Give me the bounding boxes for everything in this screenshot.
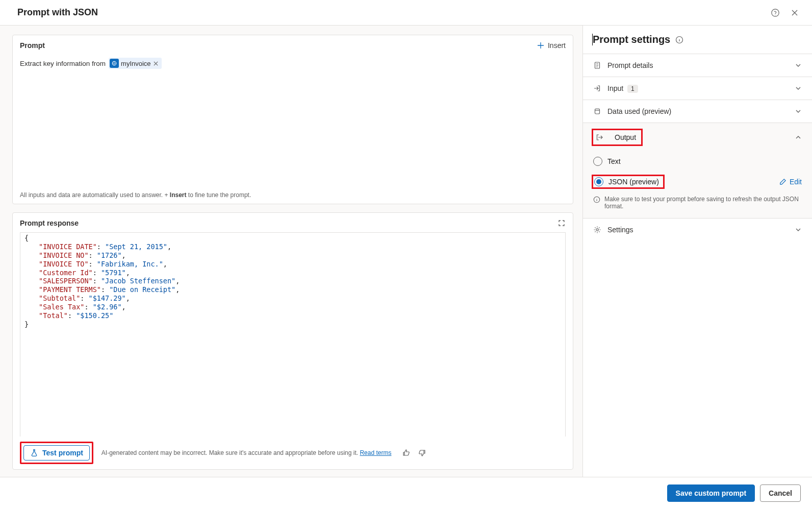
edit-output-link[interactable]: Edit xyxy=(779,178,802,186)
input-arrow-icon xyxy=(593,84,601,92)
radio-unchecked-icon xyxy=(593,157,602,166)
svg-rect-5 xyxy=(595,109,600,114)
database-icon xyxy=(593,107,601,115)
chip-input-icon xyxy=(110,59,119,68)
ai-disclaimer: AI-generated content may be incorrect. M… xyxy=(102,449,392,456)
dialog-footer: Save custom prompt Cancel xyxy=(0,477,812,509)
help-icon[interactable] xyxy=(770,8,780,18)
cancel-button[interactable]: Cancel xyxy=(760,484,801,502)
chevron-down-icon xyxy=(795,108,802,115)
expand-icon[interactable] xyxy=(557,219,566,227)
prompt-editor[interactable]: Extract key information from myInvoice xyxy=(13,56,573,204)
svg-point-0 xyxy=(772,9,779,16)
prompt-details-section[interactable]: Prompt details xyxy=(583,54,812,77)
thumbs-up-icon[interactable] xyxy=(402,449,411,457)
radio-checked-icon xyxy=(594,177,603,186)
settings-panel: Prompt settings Prompt details xyxy=(582,26,812,477)
insert-button[interactable]: Insert xyxy=(537,41,566,50)
chevron-down-icon xyxy=(795,85,802,92)
prompt-footer-hint: All inputs and data are automatically us… xyxy=(20,186,566,199)
chevron-down-icon xyxy=(795,226,802,233)
prompt-section-title: Prompt xyxy=(20,41,45,50)
output-info-note: Make sure to test your prompt before sav… xyxy=(583,192,812,218)
prompt-text: Extract key information from xyxy=(20,60,106,67)
input-count-badge: 1 xyxy=(627,85,638,93)
prompt-card: Prompt Insert Extract key information fr… xyxy=(12,35,573,204)
info-icon[interactable] xyxy=(675,36,683,44)
data-used-section[interactable]: Data used (preview) xyxy=(583,100,812,123)
chip-remove-icon[interactable] xyxy=(153,61,159,66)
output-arrow-icon xyxy=(595,133,603,141)
save-button[interactable]: Save custom prompt xyxy=(667,484,755,502)
svg-point-1 xyxy=(775,14,775,15)
dialog-header: Prompt with JSON xyxy=(0,0,812,26)
document-icon xyxy=(593,61,601,69)
output-json-radio[interactable]: JSON (preview) xyxy=(593,176,663,187)
input-chip-myinvoice[interactable]: myInvoice xyxy=(109,58,162,69)
dialog-title: Prompt with JSON xyxy=(17,7,98,18)
settings-section[interactable]: Settings xyxy=(583,219,812,241)
test-prompt-button[interactable]: Test prompt xyxy=(23,445,90,460)
close-icon[interactable] xyxy=(790,8,800,18)
thumbs-down-icon[interactable] xyxy=(418,449,426,457)
input-section[interactable]: Input 1 xyxy=(583,77,812,100)
output-text-radio[interactable]: Text xyxy=(583,152,812,171)
response-card: Prompt response { "INVOICE DATE": "Sept … xyxy=(12,212,573,470)
gear-icon xyxy=(593,226,601,234)
settings-panel-title: Prompt settings xyxy=(592,34,670,45)
chevron-up-icon xyxy=(795,134,802,141)
response-section-title: Prompt response xyxy=(20,219,79,227)
read-terms-link[interactable]: Read terms xyxy=(360,449,391,456)
svg-point-7 xyxy=(596,229,598,231)
response-json-output: { "INVOICE DATE": "Sept 21, 2015", "INVO… xyxy=(20,232,566,437)
chevron-down-icon xyxy=(795,62,802,69)
output-section[interactable]: Output xyxy=(583,123,812,152)
